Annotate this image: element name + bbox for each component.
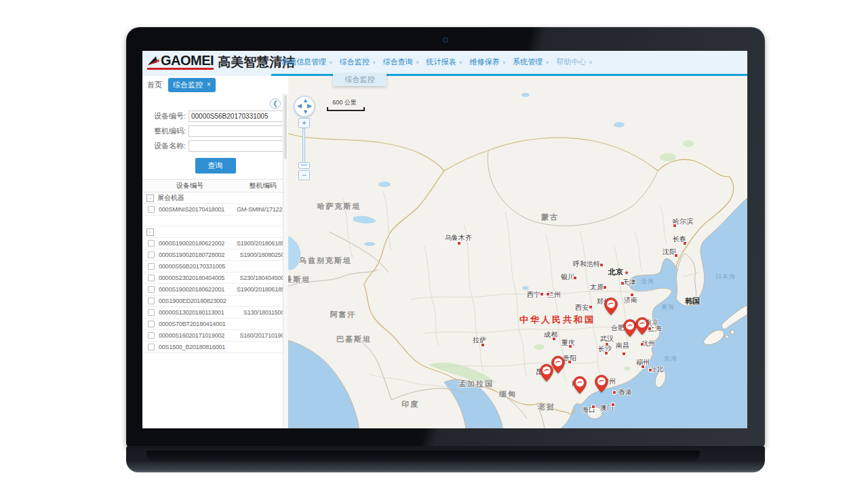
city-dot (622, 352, 626, 356)
row-checkbox[interactable] (148, 321, 155, 327)
row-checkbox[interactable] (148, 274, 155, 281)
device-location-marker[interactable] (551, 356, 565, 373)
row-checkbox[interactable] (148, 206, 155, 213)
table-row[interactable]: 0000S70BT20180414001 (142, 319, 288, 330)
group-label: 展会机器 (157, 193, 184, 203)
row-checkbox[interactable] (148, 344, 155, 350)
table-row[interactable]: 00000S16020171019002S160/2017101901 (142, 330, 288, 342)
device-location-marker[interactable] (573, 376, 587, 394)
device-location-marker[interactable] (604, 298, 618, 315)
table-group-row[interactable]: -展会机器 (142, 192, 288, 204)
nav-item-5[interactable]: 维修保养∨ (469, 57, 506, 67)
table-row[interactable]: 0000S190020180622001S1900/2018061850 (142, 284, 288, 296)
table-row[interactable]: 0000S190020180622002S1900/2018061850 (142, 238, 288, 249)
cell-device-number: 000SMINIS20170418001 (159, 206, 237, 213)
city-label: 西宁 (527, 290, 540, 300)
country-label: 巴基斯坦 (336, 334, 372, 344)
tab-label: 综合监控 (173, 80, 203, 90)
row-checkbox[interactable] (148, 286, 155, 293)
query-button[interactable]: 查询 (195, 158, 236, 174)
cell-machine-code: S160/2017101901 (237, 332, 288, 339)
zoom-slider-thumb[interactable] (298, 162, 310, 169)
nav-item-4[interactable]: 统计报表∨ (427, 57, 463, 67)
cell-device-number: 00000S56B20170331005 (159, 263, 237, 270)
city-dot (568, 344, 572, 348)
table-row[interactable]: 00S1500_B20180816001 (142, 342, 288, 353)
city-label: 天津 (623, 278, 636, 287)
breadcrumb-home[interactable]: 首页 (147, 80, 162, 90)
table-row[interactable]: 00000S23020180404005S230/1804045000 (142, 272, 288, 284)
zoom-in-button[interactable]: + (298, 118, 310, 128)
nav-item-2[interactable]: 综合监控∨ (340, 57, 376, 67)
sea-label: 黄海 (661, 303, 675, 312)
nav-item-label: 综合查询 (383, 57, 413, 67)
tab-active[interactable]: 综合监控 × (168, 78, 216, 92)
logo-underline: GAOMEI (147, 54, 214, 70)
device-location-marker[interactable] (540, 364, 553, 382)
device-name-input[interactable] (189, 140, 288, 152)
device-location-marker[interactable] (635, 317, 649, 335)
city-dot (611, 403, 615, 407)
map-pan-control[interactable]: ▲ ▼ ◀ ▶ (294, 96, 315, 117)
logo-flag-icon (147, 56, 160, 66)
group-collapse-icon[interactable]: - (146, 195, 154, 202)
city-dot (640, 342, 644, 346)
group-collapse-icon[interactable]: - (146, 228, 154, 236)
map-scale-bar (327, 107, 365, 111)
city-dot (641, 365, 645, 369)
city-label: 南昌 (616, 341, 629, 350)
sidebar-scrollbar[interactable] (283, 94, 288, 428)
nav-item-1[interactable]: 基础信息管理∨ (281, 57, 333, 67)
row-checkbox[interactable] (148, 263, 155, 270)
row-checkbox[interactable] (148, 240, 155, 247)
laptop-groove (146, 451, 700, 462)
table-row[interactable]: 00000S56B20170331005 (142, 261, 288, 272)
scrollbar-thumb[interactable] (284, 95, 287, 159)
pan-down-icon[interactable]: ▼ (302, 109, 309, 115)
app-screen: GAOMEI 高美智慧清洁 基础信息管理∨综合监控∨综合查询∨统计报表∨维修保养… (142, 51, 747, 428)
city-dot (599, 263, 604, 267)
row-checkbox[interactable] (148, 298, 155, 304)
pan-right-icon[interactable]: ▶ (307, 103, 312, 109)
device-number-label: 设备编号: (142, 111, 189, 121)
cell-device-number: 0000S190020180622001 (159, 286, 237, 293)
row-checkbox[interactable] (148, 309, 155, 316)
brand-logo: GAOMEI 高美智慧清洁 (147, 54, 295, 70)
city-dot (630, 293, 634, 297)
nav-item-6[interactable]: 系统管理∨ (513, 57, 549, 67)
row-checkbox[interactable] (148, 332, 155, 339)
row-checkbox[interactable] (148, 251, 155, 258)
laptop-mockup: GAOMEI 高美智慧清洁 基础信息管理∨综合监控∨综合查询∨统计报表∨维修保养… (126, 27, 765, 472)
collapse-panel-icon[interactable]: ❮ (270, 98, 281, 109)
table-group-row[interactable]: - (142, 226, 288, 238)
table-row[interactable]: 0000S190020180728002S1900/180802500 (142, 249, 288, 261)
sea-label: 东海 (664, 354, 677, 363)
table-row[interactable]: 000SMINIS20170418001GM-SMINI/1712270 (142, 204, 288, 216)
cell-device-number: 00S1500_B20180816001 (159, 344, 237, 350)
table-blank-row (142, 216, 288, 226)
search-panel: ❮ 设备编号: 整机编码: 设备名称: (142, 94, 288, 353)
capital-star-icon: ★ (624, 270, 629, 276)
zoom-out-button[interactable]: − (298, 170, 310, 180)
sea-label: 渤海 (641, 277, 654, 286)
nav-item-3[interactable]: 综合查询∨ (383, 57, 420, 67)
nav-dropdown-item[interactable]: 综合监控 (333, 73, 387, 86)
close-icon[interactable]: × (207, 81, 211, 88)
table-row[interactable]: 00000S13020180113001S130/180115005 (142, 307, 288, 319)
cell-device-number: 0000S70BT20180414001 (159, 321, 237, 327)
device-location-marker[interactable] (595, 375, 608, 392)
city-label: 太原 (590, 283, 604, 292)
device-name-label: 设备名称: (142, 141, 189, 151)
pan-left-icon[interactable]: ◀ (297, 103, 302, 109)
machine-code-input[interactable] (189, 125, 288, 137)
device-location-marker[interactable] (623, 319, 637, 337)
table-row[interactable]: 00S1900ED20180823002 (142, 296, 288, 307)
city-label: 合肥 (611, 323, 625, 333)
nav-item-7[interactable]: 帮助中心∨ (556, 57, 593, 67)
city-label: 济南 (624, 296, 637, 305)
cell-machine-code: S130/180115005 (237, 309, 288, 316)
map-canvas[interactable]: ▲ ▼ ◀ ▶ + − 600 公里 哈萨克斯坦蒙古乌兹别克斯坦曼斯坦阿富汗巴基… (288, 76, 747, 428)
country-label: 蒙古 (541, 212, 559, 222)
city-dot (591, 405, 595, 409)
device-number-input[interactable] (189, 110, 288, 122)
